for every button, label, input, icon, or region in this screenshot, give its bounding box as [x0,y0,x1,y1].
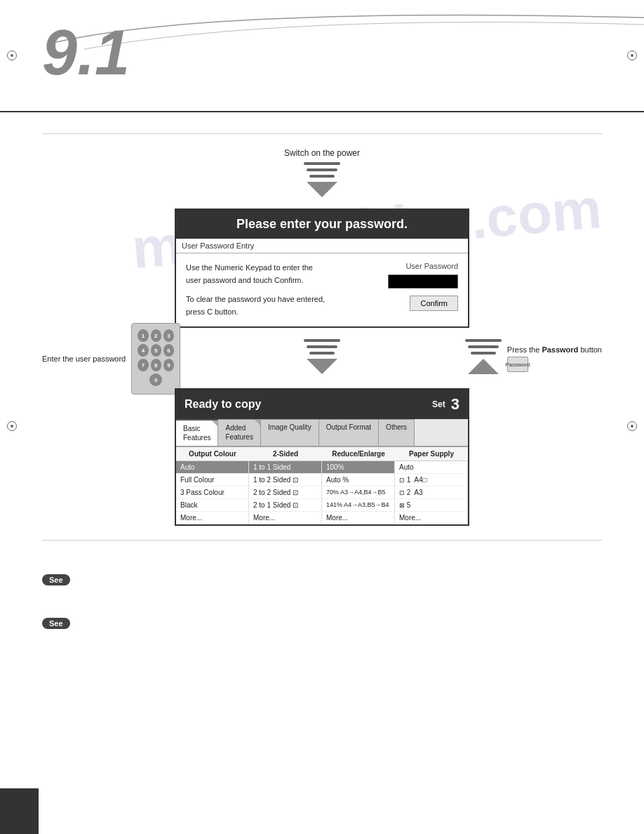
key-2[interactable]: 2 [151,329,161,342]
see-button-row-1: See [42,569,602,591]
reduce-141[interactable]: 141% A4→A3,B5→B4 [322,499,395,512]
keypad-row-1: 1 2 3 [137,329,174,342]
enter-password-label: Enter the user password [42,355,126,363]
right-line-2 [468,345,499,348]
twosided-2to2[interactable]: 2 to 2 Sided ⊡ [249,486,322,499]
top-divider [42,133,602,134]
password-field[interactable] [388,274,458,289]
hw-password-label: Password [505,362,530,368]
bottom-dark-tab [0,788,39,834]
twosided-1to1[interactable]: 1 to 1 Sided [249,461,322,474]
tabs-row: BasicFeatures AddedFeatures Image Qualit… [176,419,468,446]
key-3[interactable]: 3 [163,329,174,342]
password-dialog: Please enter your password. User Passwor… [175,208,469,328]
col-header-paper: Paper Supply [395,447,468,461]
tab-image-quality[interactable]: Image Quality [261,419,319,446]
keypad-row-2: 4 5 6 [137,344,174,357]
confirm-button[interactable]: Confirm [410,296,458,311]
reduce-auto[interactable]: Auto % [322,474,395,486]
key-5[interactable]: 5 [151,344,161,357]
mid-line-3 [309,352,335,355]
see-label-2: See [49,619,63,628]
body-spacer [186,286,325,293]
key-4[interactable]: 4 [137,344,148,357]
paper-auto[interactable]: Auto [395,461,468,474]
tab-added-features[interactable]: AddedFeatures [218,419,260,446]
bottom-divider [42,540,602,541]
lines-up-section [465,339,502,378]
arrow-up-right [468,359,499,374]
col-header-reduce: Reduce/Enlarge [322,447,395,461]
key-1[interactable]: 1 [137,329,148,342]
press-suffix: button [580,345,602,354]
line-3 [309,175,335,178]
header-section: 9.1 [0,0,644,112]
col-header-output-colour: Output Colour [176,447,249,461]
lines-stack-right [465,339,502,355]
press-password-section: Press the Password button Password [507,345,602,372]
reduce-more[interactable]: More... [322,512,395,524]
key-9[interactable]: 9 [163,359,174,371]
center-flow [304,339,340,378]
see-buttons-area: See See [42,569,602,635]
main-content: Switch on the power Please enter your pa… [0,112,644,649]
arrow-down-top [307,182,337,197]
reduce-70[interactable]: 70% A3→A4,B4→B5 [322,486,395,499]
lines-stack-mid [304,339,340,355]
tab-others[interactable]: Others [379,419,415,446]
tab-output-format[interactable]: Output Format [319,419,379,446]
password-dialog-text: Use the Numeric Keypad to enter the user… [186,262,325,318]
key-8[interactable]: 8 [151,359,161,371]
see-label-1: See [49,576,63,584]
key-6[interactable]: 6 [163,344,174,357]
col-header-2sided: 2-Sided [249,447,322,461]
output-colour-3pass[interactable]: 3 Pass Colour [176,486,249,499]
keypad-row-3: 7 8 9 [137,359,174,371]
line-2 [307,168,337,171]
switch-on-label: Switch on the power [284,148,360,158]
copy-panel: Ready to copy Set 3 BasicFeatures AddedF… [175,388,469,526]
paper-tray2-icon: ⊡ [399,489,405,496]
password-dialog-body: Use the Numeric Keypad to enter the user… [176,253,468,326]
password-dialog-row: Please enter your password. User Passwor… [42,208,602,328]
twosided-2to1[interactable]: 2 to 1 Sided ⊡ [249,499,322,512]
password-dialog-right: User Password Confirm [388,262,458,311]
mid-line-2 [307,345,337,348]
key-7[interactable]: 7 [137,359,148,371]
press-password-label: Press the Password button [507,345,602,354]
password-bold-text: Password [542,345,578,354]
body-line4: To clear the password you have entered, [186,293,325,306]
keypad-row-4: 0 [137,373,174,386]
arrow-down-mid [307,359,337,374]
right-line-1 [465,339,502,342]
copy-panel-header: Ready to copy Set 3 [176,390,468,419]
paper-1-a4[interactable]: ⊡ 1 A4□ [395,474,468,486]
keypad: 1 2 3 4 5 6 7 8 9 0 [131,323,180,395]
copy-panel-title: Ready to copy [185,398,261,411]
twosided-1to2[interactable]: 1 to 2 Sided ⊡ [249,474,322,486]
key-0[interactable]: 0 [149,373,162,386]
paper-2-a3[interactable]: ⊡ 2 A3 [395,486,468,499]
mid-line-1 [304,339,340,342]
reduce-100[interactable]: 100% [322,461,395,474]
tab-basic-features[interactable]: BasicFeatures [176,419,218,446]
lines-stack-top [304,162,340,178]
copy-grid: Output Colour 2-Sided Reduce/Enlarge Pap… [176,446,468,524]
twosided-more[interactable]: More... [249,512,322,524]
body-line1: Use the Numeric Keypad to enter the [186,262,325,274]
see-button-2[interactable]: See [42,618,70,629]
press-text: Press the [507,345,539,354]
left-keypad-section: Enter the user password 1 2 3 4 5 6 7 8 … [42,323,180,395]
paper-more[interactable]: More... [395,512,468,524]
hw-password-button[interactable]: Password [507,357,528,372]
output-colour-full[interactable]: Full Colour [176,474,249,486]
top-flow-section: Switch on the power [42,148,602,201]
see-button-1[interactable]: See [42,574,70,585]
output-colour-black[interactable]: Black [176,499,249,512]
paper-5[interactable]: ⊠ 5 [395,499,468,512]
copy-panel-row: Ready to copy Set 3 BasicFeatures AddedF… [42,388,602,526]
enter-password-row: Enter the user password 1 2 3 4 5 6 7 8 … [42,339,602,378]
output-colour-auto[interactable]: Auto [176,461,249,474]
paper-tray1-icon: ⊡ [399,477,405,484]
output-colour-more[interactable]: More... [176,512,249,524]
